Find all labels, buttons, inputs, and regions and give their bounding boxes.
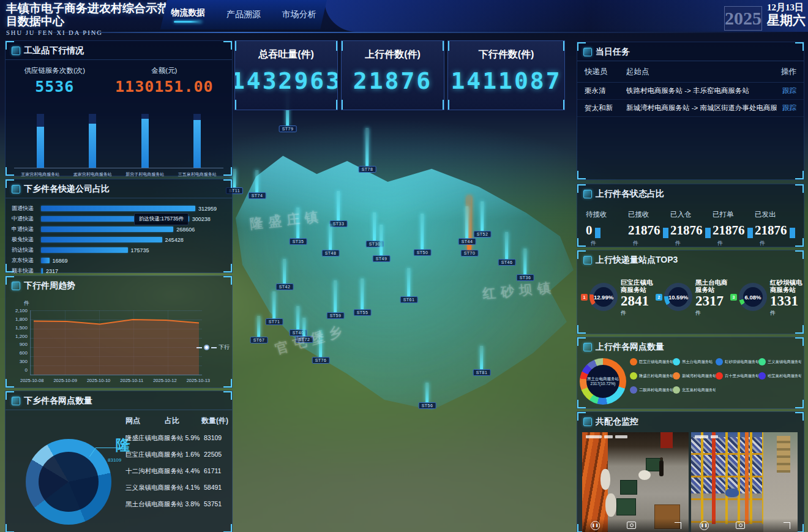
express-bar-row[interactable]: 顺丰快递2317 bbox=[12, 266, 226, 276]
map-station[interactable]: ST70 bbox=[461, 250, 479, 257]
bar-column[interactable] bbox=[121, 114, 170, 168]
station-bar bbox=[505, 232, 508, 259]
map-station[interactable]: ST56 bbox=[419, 402, 436, 409]
station-tag[interactable]: ST67 bbox=[250, 337, 268, 343]
bar-column[interactable] bbox=[16, 114, 65, 168]
legend-dot-icon bbox=[758, 372, 766, 380]
express-bar-row[interactable]: 申通快递268606 bbox=[12, 224, 226, 234]
status-item: 已揽收21876件 bbox=[628, 210, 668, 247]
map-station[interactable]: ST42 bbox=[276, 283, 294, 290]
snapshot-camera-icon[interactable] bbox=[736, 522, 745, 529]
track-link[interactable]: 跟踪 bbox=[782, 87, 796, 94]
track-link[interactable]: 跟踪 bbox=[782, 104, 796, 111]
uplink-legend: 巨宝庄镇电商服务站黑土台电商服务站红砂坝镇电商服务站三义泉镇电商服务站隆盛庄村电… bbox=[630, 358, 802, 400]
courier-name: 贺太和新 bbox=[585, 103, 626, 113]
pause-icon[interactable]: ❚❚ bbox=[700, 521, 709, 530]
map-station[interactable]: ST61 bbox=[400, 296, 418, 303]
map-station[interactable]: ST55 bbox=[354, 309, 372, 316]
map-station[interactable]: ST44 bbox=[458, 238, 476, 245]
station-tag[interactable]: ST50 bbox=[414, 249, 432, 256]
map-station[interactable]: ST49 bbox=[373, 255, 391, 262]
station-bar bbox=[283, 259, 286, 283]
uplink-donut-chart[interactable]: 黑土台电商服务站 2317(10.72%) bbox=[580, 358, 626, 405]
status-bar-icon bbox=[747, 228, 753, 238]
station-tag[interactable]: ST81 bbox=[473, 369, 491, 376]
tab-trace[interactable]: 产品溯源 bbox=[216, 0, 272, 29]
map-station[interactable]: ST67 bbox=[250, 337, 268, 343]
legend-item[interactable]: 三义泉镇电商服务站 bbox=[758, 358, 801, 365]
station-tag[interactable]: ST49 bbox=[373, 255, 391, 262]
express-bar-row[interactable]: 圆通快递312959 bbox=[12, 203, 226, 214]
map-station[interactable]: ST50 bbox=[414, 249, 432, 256]
express-bar-chart[interactable]: 圆通快递312959中通快递300238申通快递268606极兔快递245428… bbox=[6, 198, 232, 276]
express-bar-row[interactable]: 中通快递300238 bbox=[12, 214, 226, 224]
station-tag[interactable]: ST70 bbox=[461, 250, 479, 257]
station-tag[interactable]: ST35 bbox=[290, 238, 307, 245]
kpi-label: 下行件数(件) bbox=[479, 48, 534, 61]
tasks-table-header: 快递员 起始点 操作 bbox=[577, 61, 804, 83]
snapshot-camera-icon[interactable] bbox=[627, 522, 636, 529]
panel-icon bbox=[583, 190, 592, 198]
legend-item[interactable]: 隆盛庄村电商服务站 bbox=[630, 372, 673, 380]
legend-item[interactable]: 巨宝庄镇电商服务站 bbox=[630, 358, 673, 365]
tab-label: 市场分析 bbox=[282, 9, 316, 20]
express-bar-row[interactable]: 韵达快递175735 bbox=[12, 245, 226, 255]
status-bar-icon bbox=[790, 228, 795, 238]
station-tag[interactable]: ST61 bbox=[400, 296, 418, 303]
station-tag[interactable]: ST71 bbox=[266, 318, 283, 325]
map-station[interactable]: ST59 bbox=[327, 312, 345, 319]
expand-icon[interactable] bbox=[675, 522, 681, 529]
map-station[interactable]: ST76 bbox=[312, 357, 330, 364]
legend-item[interactable]: 黑土台电商服务站 bbox=[673, 358, 716, 365]
trend-legend[interactable]: 下行 bbox=[196, 343, 230, 351]
express-bar-row[interactable]: 京东快递16869 bbox=[12, 255, 226, 266]
map-station[interactable]: ST52 bbox=[474, 231, 492, 238]
station-tag[interactable]: ST78 bbox=[359, 166, 376, 173]
station-tag[interactable]: ST48 bbox=[322, 250, 340, 257]
station-tag[interactable]: ST59 bbox=[327, 312, 345, 319]
industrial-bar-chart[interactable] bbox=[14, 99, 223, 168]
station-tag[interactable]: ST46 bbox=[498, 259, 516, 266]
map-station[interactable]: ST48 bbox=[322, 250, 340, 257]
tab-logistics[interactable]: 物流数据 bbox=[160, 0, 216, 29]
station-tag[interactable]: ST42 bbox=[276, 283, 294, 290]
station-tag[interactable]: ST55 bbox=[354, 309, 372, 316]
map-town-watermark: 隆盛庄镇 bbox=[249, 208, 324, 233]
legend-item[interactable]: 百十里乡电商服务站 bbox=[716, 372, 758, 380]
map-station[interactable]: ST79 bbox=[279, 126, 297, 132]
map-station[interactable]: ST81 bbox=[473, 369, 491, 376]
express-bar-row[interactable]: 极兔快递245428 bbox=[12, 234, 226, 245]
legend-item[interactable]: 新城湾村电商服务站 bbox=[673, 372, 716, 380]
legend-item[interactable]: 二眼井村电商服务站 bbox=[630, 386, 673, 394]
station-tag[interactable]: ST74 bbox=[249, 192, 266, 199]
legend-item[interactable]: 北五泉村电商服务站 bbox=[673, 386, 716, 394]
map-station[interactable]: ST33 bbox=[330, 220, 348, 227]
map-station[interactable]: ST74 bbox=[249, 192, 266, 199]
station-tag[interactable]: ST76 bbox=[312, 357, 330, 364]
map-station[interactable]: ST35 bbox=[290, 238, 307, 245]
legend-dot-icon bbox=[673, 358, 680, 365]
bar-column[interactable] bbox=[173, 114, 222, 168]
map-station[interactable]: ST78 bbox=[359, 166, 376, 173]
trend-plot-area[interactable] bbox=[30, 310, 202, 375]
trend-chart[interactable]: 件 2,1001,8001,5001,2009006003000 2025-10… bbox=[6, 294, 232, 298]
map-station[interactable]: ST46 bbox=[498, 259, 516, 266]
station-value: 2317 bbox=[695, 293, 731, 309]
legend-item[interactable]: 哈宝泉村电商服务站 bbox=[758, 372, 801, 380]
station-tag[interactable]: ST44 bbox=[458, 238, 476, 245]
status-value: 0 bbox=[586, 223, 593, 238]
station-tag[interactable]: ST52 bbox=[474, 231, 492, 238]
station-tag[interactable]: ST79 bbox=[279, 126, 297, 132]
pause-icon[interactable]: ❚❚ bbox=[591, 521, 600, 530]
tab-market[interactable]: 市场分析 bbox=[271, 0, 327, 29]
legend-dot-icon bbox=[630, 386, 637, 394]
station-tag[interactable]: ST56 bbox=[419, 402, 436, 409]
industrial-stats: 供应链服务次数(次)5536金额(元)1130151.00 bbox=[6, 60, 232, 97]
bar-cap bbox=[37, 114, 44, 127]
tab-label: 产品溯源 bbox=[226, 9, 261, 20]
legend-item[interactable]: 红砂坝镇电商服务站 bbox=[716, 358, 758, 365]
map-station[interactable]: ST71 bbox=[266, 318, 283, 325]
bar-column[interactable] bbox=[68, 114, 117, 168]
expand-icon[interactable] bbox=[784, 522, 790, 529]
station-tag[interactable]: ST33 bbox=[330, 220, 348, 227]
